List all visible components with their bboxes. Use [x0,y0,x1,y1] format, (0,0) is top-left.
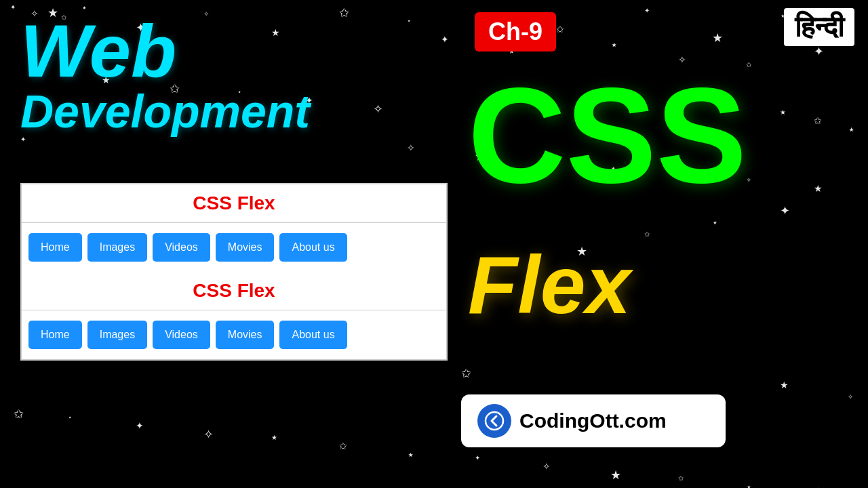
title-block: Web Development [20,14,310,134]
nav-button-about-us[interactable]: About us [279,321,347,349]
coding-ott-badge: CodingOtt.com [461,394,726,447]
nav-button-home[interactable]: Home [28,233,82,262]
hindi-label: हिन्दी [784,8,854,46]
nav-button-movies[interactable]: Movies [216,321,275,349]
demo2-heading: CSS Flex [22,272,446,310]
coding-ott-name: CodingOtt.com [519,409,667,432]
flex-main-label: Flex [468,244,631,325]
nav-button-about-us[interactable]: About us [279,233,347,262]
css-main-label: CSS [468,68,747,203]
development-label: Development [20,88,310,134]
nav-button-movies[interactable]: Movies [216,233,275,262]
arrow-circle-icon [483,409,506,432]
nav-button-videos[interactable]: Videos [153,233,210,262]
coding-ott-icon [477,404,511,438]
right-panel: Ch-9 हिन्दी CSS Flex CodingOtt.com [434,0,868,488]
demo1-nav: HomeImagesVideosMoviesAbout us [22,223,446,272]
web-label: Web [20,14,310,88]
nav-button-home[interactable]: Home [28,321,82,349]
chapter-badge: Ch-9 [475,12,556,52]
demo2-nav: HomeImagesVideosMoviesAbout us [22,310,446,359]
nav-button-images[interactable]: Images [87,233,147,262]
demo1-heading: CSS Flex [22,184,446,222]
nav-button-images[interactable]: Images [87,321,147,349]
left-panel: Web Development CSS Flex HomeImagesVideo… [0,0,448,488]
nav-button-videos[interactable]: Videos [153,321,210,349]
demo-box-1: CSS Flex HomeImagesVideosMoviesAbout us … [20,183,448,361]
